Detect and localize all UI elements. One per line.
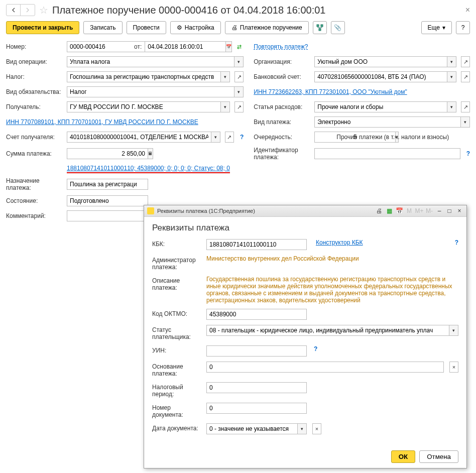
gear-icon: ⚙ [177,24,182,31]
help-icon[interactable]: ? [466,150,470,157]
payer-inn-link[interactable]: ИНН 7723662263, КПП 772301001, ООО "Уютн… [254,88,407,95]
bank-input[interactable] [314,71,447,82]
open-icon[interactable]: ↗ [225,132,234,143]
svg-rect-0 [317,25,319,27]
nav-forward-button[interactable] [21,5,35,16]
open-icon[interactable]: ↗ [461,101,470,112]
dialog-window-title: Реквизиты платежа (1С:Предприятие) [157,208,255,214]
grid-icon[interactable]: ▦ [385,207,393,215]
calculator-icon[interactable]: 🖩 [148,148,153,159]
m-minus-icon[interactable]: M- [425,207,433,215]
m-plus-icon[interactable]: M+ [415,207,423,215]
open-icon[interactable]: ↗ [234,71,244,82]
open-icon[interactable]: ↗ [234,101,244,112]
chevron-down-icon[interactable]: ▾ [211,132,220,143]
purpose-input[interactable] [67,179,148,190]
svg-rect-2 [319,29,321,31]
tax-label: Налог: [6,73,64,80]
dialog-heading: Реквизиты платежа [152,223,458,229]
open-icon[interactable]: ↗ [461,71,470,82]
date-label: от: [134,43,142,50]
comment-label: Комментарий: [6,212,64,219]
amount-label: Сумма платежа: [6,150,64,157]
maximize-icon[interactable]: □ [445,207,453,215]
chevron-down-icon[interactable]: ▾ [234,86,244,97]
print-icon[interactable]: 🖨 [375,207,383,215]
bank-label: Банковский счет: [254,73,311,80]
repeat-payment-link[interactable]: Повторять платеж? [254,43,308,50]
structure-icon-button[interactable] [313,21,327,34]
amount-input[interactable] [67,148,148,159]
nav-back-button[interactable] [7,5,21,16]
post-and-close-button[interactable]: Провести и закрыть [6,21,79,34]
expense-label: Статья расходов: [254,103,311,110]
help-button[interactable]: ? [456,21,470,34]
open-icon[interactable]: ↗ [461,56,470,67]
more-button[interactable]: Еще ▾ [421,21,452,34]
svg-rect-1 [321,25,323,27]
attachment-button[interactable]: 📎 [331,21,345,34]
help-icon[interactable]: ? [240,134,244,141]
chevron-down-icon[interactable]: ▾ [234,56,244,67]
chevron-down-icon[interactable]: ▾ [221,101,230,112]
number-label: Номер: [6,43,64,50]
page-title: Платежное поручение 0000-000416 от 04.04… [52,5,461,16]
payee-acct-input[interactable] [67,132,211,143]
chevron-down-icon: ▾ [442,24,445,31]
app-icon [147,207,154,214]
status-label: Состояние: [6,197,64,204]
close-icon[interactable]: × [455,207,463,215]
chevron-down-icon[interactable]: ▾ [447,71,456,82]
print-button[interactable]: 🖨Платежное поручение [225,21,309,34]
chevron-down-icon[interactable]: ▾ [447,101,456,112]
save-button[interactable]: Записать [83,21,122,34]
id-input[interactable] [314,148,460,159]
payee-input[interactable] [67,101,221,112]
priority-desc: Прочие платежи (в т.ч. налоги и взносы) [336,134,449,141]
org-input[interactable] [314,56,447,67]
op-type-input[interactable] [67,56,234,67]
calendar-icon[interactable]: 📅 [395,207,403,215]
id-label: Идентификатор платежа: [254,147,311,161]
payee-label: Получатель: [6,103,64,110]
payee-acct-label: Счет получателя: [6,134,64,141]
payee-inn-link[interactable]: ИНН 7707089101, КПП 770701001, ГУ МВД РО… [6,119,198,126]
obligation-label: Вид обязательства: [6,88,64,95]
calendar-icon[interactable]: 📅 [226,41,232,52]
expense-input[interactable] [314,101,447,112]
status-input[interactable] [67,195,148,206]
comment-input[interactable] [67,210,148,221]
chevron-down-icon[interactable]: ▾ [447,56,456,67]
kbk-summary-link[interactable]: 18810807141011000110; 45389000; 0; 0; 0;… [67,165,230,173]
minimize-icon[interactable]: – [435,207,443,215]
post-button[interactable]: Провести [127,21,166,34]
org-label: Организация: [254,58,311,65]
pay-kind-label: Вид платежа: [254,119,311,126]
printer-icon: 🖨 [231,24,237,31]
op-type-label: Вид операции: [6,58,64,65]
date-action-icon[interactable]: ⇄ [234,41,244,52]
priority-label: Очередность: [254,134,311,141]
m-icon[interactable]: M [405,207,413,215]
payment-details-dialog: Реквизиты платежа (1С:Предприятие) 🖨 ▦ 📅… [144,205,467,229]
obligation-input[interactable] [67,86,234,97]
favorite-star-icon[interactable]: ☆ [39,4,48,16]
chevron-down-icon[interactable]: ▾ [461,116,470,128]
pay-kind-input[interactable] [314,116,461,128]
settings-button[interactable]: ⚙Настройка [170,21,221,34]
purpose-label: Назначение платежа: [6,177,64,191]
tax-input[interactable] [67,71,221,82]
date-input[interactable] [145,41,226,52]
chevron-down-icon[interactable]: ▾ [221,71,230,82]
close-icon[interactable]: × [465,6,470,15]
paperclip-icon: 📎 [334,24,341,31]
nav-buttons [6,4,35,16]
